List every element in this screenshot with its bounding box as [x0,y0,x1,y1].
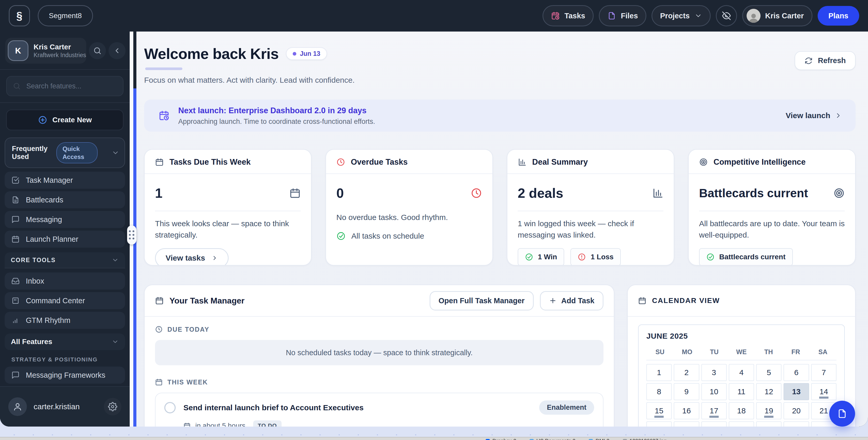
calendar-day-14[interactable]: 14 [811,383,836,400]
plans-button[interactable]: Plans [817,6,859,26]
due-today-section-label: DUE TODAY [155,325,603,333]
date-label: Jun 13 [300,50,320,57]
calendar-day-3[interactable]: 3 [702,364,727,381]
status-label: All tasks on schedule [351,232,424,240]
calendar-day-13[interactable]: 13 [783,383,809,400]
workspace-button[interactable]: Segment8 [38,5,93,26]
calendar-day-25[interactable]: 25 [729,421,754,427]
user-menu[interactable]: Kris Carter [742,5,812,26]
task-row[interactable]: Send internal launch brief to Account Ex… [155,393,603,427]
view-tasks-button[interactable]: View tasks [155,248,228,265]
task-checkbox[interactable] [164,402,176,413]
sidebar-collapse-button[interactable] [108,42,126,59]
chevron-down-icon [112,149,119,157]
calendar-day-26[interactable]: 26 [756,421,781,427]
files-button[interactable]: Files [599,5,646,26]
competitive-intelligence-card: Competitive Intelligence Battlecards cur… [688,149,856,265]
frequently-used-header[interactable]: Frequently Used Quick Access [5,138,125,168]
background-window-item[interactable]: US Documents 2 [530,438,575,440]
sidebar-item-task-manager[interactable]: Task Manager [5,172,125,189]
calendar-day-27[interactable]: 27 [783,421,809,427]
calendar-day-8[interactable]: 8 [646,383,672,400]
calendar-day-17[interactable]: 17 [702,402,727,419]
weekday-label: TH [755,348,782,356]
task-due-label: in about 5 hours [195,422,245,427]
background-window-strip: Dropbox 2US Documents 2DMI 21000136637.j… [0,437,868,440]
command-icon [11,296,20,305]
calendar-day-12[interactable]: 12 [756,383,781,400]
card-title: Tasks Due This Week [169,157,251,167]
calendar-day-18[interactable]: 18 [729,402,754,419]
visibility-toggle-button[interactable] [716,5,737,26]
app-logo[interactable]: § [9,5,30,26]
calendar-day-22[interactable]: 22 [646,421,672,427]
user-initial-avatar: K [8,40,28,61]
calendar-day-7[interactable]: 7 [811,364,836,381]
launch-banner[interactable]: Next launch: Enterprise Dashboard 2.0 in… [144,99,856,131]
calendar-icon [155,378,163,386]
calendar-day-10[interactable]: 10 [702,383,727,400]
calendar-day-20[interactable]: 20 [783,402,809,419]
add-task-button[interactable]: Add Task [540,291,603,311]
calendar-day-11[interactable]: 11 [729,383,754,400]
divider [0,69,130,70]
sidebar-item-messaging-frameworks[interactable]: Messaging Frameworks [5,366,125,384]
sidebar-search-button[interactable] [89,42,106,59]
weekday-label: FR [782,348,809,356]
divider [155,211,301,211]
core-tools-header[interactable]: CORE TOOLS [5,252,125,268]
card-description: All battlecards are up to date. Your tea… [699,218,845,240]
view-tasks-label: View tasks [165,254,205,262]
calendar-day-2[interactable]: 2 [674,364,699,381]
sidebar-item-label: Inbox [26,277,44,285]
calendar-day-19[interactable]: 19 [756,402,781,419]
calendar-icon [11,235,20,243]
eye-off-icon [722,11,731,21]
plus-circle-icon [38,115,47,125]
sidebar-profile-chip[interactable]: K Kris Carter Kraftwerk Industries [5,38,86,64]
create-new-button[interactable]: Create New [6,110,123,130]
feature-search-input[interactable] [25,82,117,91]
calendar-day-15[interactable]: 15 [646,402,672,419]
calendar-day-9[interactable]: 9 [674,383,699,400]
calendar-day-24[interactable]: 24 [702,421,727,427]
background-window-item[interactable]: Dropbox 2 [486,438,516,440]
sidebar-item-messaging[interactable]: Messaging [5,211,125,228]
sidebar-item-command-center[interactable]: Command Center [5,292,125,309]
calendar-day-23[interactable]: 23 [674,421,699,427]
new-document-fab[interactable] [829,401,855,427]
background-window-item[interactable]: DMI 2 [589,438,609,440]
main-content: Welcome back Kris Jun 13 Focus on what m… [136,32,868,427]
divider [518,211,663,211]
battlecards-status-label: Battlecards current [719,253,785,261]
calendar-day-1[interactable]: 1 [646,364,672,381]
sidebar-item-launch-planner[interactable]: Launch Planner [5,231,125,248]
sidebar-item-battlecards[interactable]: Battlecards [5,191,125,208]
sidebar-resize-handle[interactable] [127,226,136,244]
background-window-item[interactable]: 1000136637.jpg [623,438,666,440]
chevron-right-icon [211,255,218,261]
settings-button[interactable] [104,398,121,415]
calendar-day-4[interactable]: 4 [729,364,754,381]
calendar-icon [183,422,191,427]
projects-dropdown[interactable]: Projects [652,5,710,26]
message-icon [11,371,20,379]
launch-calendar-icon [159,110,169,121]
tasks-button[interactable]: Tasks [542,5,594,26]
footer-username: carter.kristian [34,402,80,411]
calendar-day-16[interactable]: 16 [674,402,699,419]
workspace-label: Segment8 [49,12,82,20]
sidebar-item-gtm-rhythm[interactable]: GTM Rhythm [5,312,125,329]
all-features-header[interactable]: All Features [5,333,125,350]
sidebar-item-inbox[interactable]: Inbox [5,272,125,290]
calendar-day-5[interactable]: 5 [756,364,781,381]
open-full-task-manager-button[interactable]: Open Full Task Manager [430,291,534,311]
calendar-day-6[interactable]: 6 [783,364,809,381]
file-icon [623,439,627,440]
view-launch-link[interactable]: View launch [785,111,842,120]
refresh-button[interactable]: Refresh [795,51,856,70]
refresh-label: Refresh [818,56,846,65]
tasks-due-card: Tasks Due This Week 1 This week looks cl… [144,149,312,265]
refresh-icon [804,57,813,65]
topbar: § Segment8 Tasks Files Projects [0,0,868,32]
